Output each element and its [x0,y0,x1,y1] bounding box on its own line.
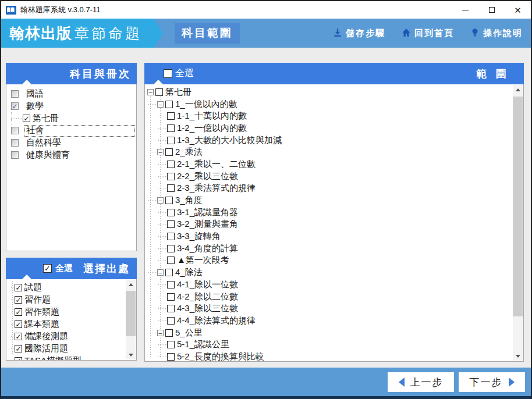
tree-collapse-icon[interactable]: – [157,149,164,155]
source-checkbox-checked[interactable]: ✓ [15,357,22,361]
source-checkbox-checked[interactable]: ✓ [15,333,22,340]
tree-checkbox-unchecked[interactable] [167,233,175,240]
source-label: 習作題 [24,294,51,305]
tree-checkbox-unchecked[interactable] [165,269,173,276]
maximize-button[interactable] [478,1,505,19]
subject-checkbox-checked[interactable]: ✓ [11,102,19,110]
tree-connector [147,266,157,279]
tree-node-label: 1-3_大數的大小比較與加減 [177,135,282,146]
tree-row: 5-2_長度的換算與比較 [145,351,523,362]
tree-collapse-icon[interactable]: – [147,89,154,95]
tree-collapse-icon[interactable]: – [157,269,164,276]
tree-checkbox-unchecked[interactable] [167,305,175,312]
tree-connector [10,294,15,306]
tree-node-label: 2-2_乘以三位數 [177,171,238,182]
minimize-icon [462,10,469,10]
scope-scrollbar[interactable] [513,85,523,361]
tree-checkbox-unchecked[interactable] [167,209,175,216]
source-label: TASA模擬題型 [24,355,81,361]
sources-scrollbar-thumb[interactable] [126,291,136,336]
tree-node-label: 3_角度 [175,195,203,206]
sources-select-all-checkbox[interactable]: ✓ [43,264,52,273]
tree-checkbox-unchecked[interactable] [167,353,175,361]
close-button[interactable]: ✕ [505,1,531,19]
tree-connector [147,291,157,303]
tree-checkbox-unchecked[interactable] [165,101,173,108]
tree-checkbox-unchecked[interactable] [167,184,175,192]
banner-action-save[interactable]: 儲存步驟 [333,28,385,39]
tree-collapse-icon[interactable]: – [157,197,164,204]
tree-checkbox-unchecked[interactable] [167,293,175,301]
tree-checkbox-unchecked[interactable] [167,245,175,252]
tree-checkbox-unchecked[interactable] [165,197,173,204]
sources-panel-header: ✓ 全選 選擇出處 [6,258,137,279]
tree-checkbox-unchecked[interactable] [155,88,163,96]
tree-row: –2_乘法 [145,146,523,158]
tree-connector [147,255,157,267]
sources-scrollbar[interactable] [126,280,136,359]
tree-row: ▲第一次段考 [145,255,523,267]
tree-row: 3-1_認識量角器 [145,206,523,219]
minimize-button[interactable] [452,1,478,19]
chapter-tree: –第七冊–1_一億以內的數1-1_十萬以內的數1-2_一億以內的數1-3_大數的… [145,86,523,361]
tree-checkbox-unchecked[interactable] [167,341,175,348]
source-checkbox-checked[interactable]: ✓ [15,345,22,352]
tree-row: 2-3_乘法算式的規律 [145,183,523,195]
tree-node-label: 4-4_除法算式的規律 [177,315,256,326]
tree-connector [157,279,167,291]
banner-action-label: 操作說明 [483,28,523,39]
tree-checkbox-unchecked[interactable] [167,124,175,132]
tree-checkbox-unchecked[interactable] [167,220,175,228]
header-banner: 翰林出版 章節命題 科目範圍 儲存步驟回到首頁操作說明 [1,19,531,48]
tree-collapse-icon[interactable]: – [157,101,164,108]
source-checkbox-checked[interactable]: ✓ [15,308,22,316]
subjects-panel-header: 科目與冊次 [6,63,137,84]
scroll-down-icon[interactable] [126,350,136,359]
tree-checkbox-unchecked[interactable] [167,173,175,180]
previous-step-button[interactable]: 上一步 [388,372,454,392]
source-row: ✓試題 [6,282,136,294]
source-label: 習作類題 [24,307,59,318]
source-label: 備課後測題 [24,331,68,342]
subject-checkbox-unchecked[interactable] [11,90,19,98]
banner-action-help[interactable]: 操作說明 [470,28,523,39]
scroll-up-icon[interactable] [513,85,523,94]
subject-checkbox-unchecked[interactable] [11,127,19,134]
subject-checkbox-checked[interactable]: ✓ [23,115,30,122]
subject-label-focused[interactable]: 社會 [24,125,135,137]
source-checkbox-checked[interactable]: ✓ [15,296,22,304]
tree-connector [157,158,167,170]
pointer-up-triangle [22,80,31,84]
tree-checkbox-unchecked[interactable] [167,281,175,288]
tree-checkbox-unchecked[interactable] [167,161,175,168]
tree-row: 4-4_除法算式的規律 [145,315,523,327]
scroll-down-icon[interactable] [513,351,523,361]
scope-select-all-checkbox[interactable] [164,69,172,78]
scroll-up-icon[interactable] [126,280,136,289]
tree-checkbox-unchecked[interactable] [165,329,173,337]
close-icon: ✕ [514,6,522,15]
tree-row: –5_公里 [145,327,523,339]
brand-name: 翰林出版 [9,23,72,44]
pointer-up-triangle [154,80,163,84]
home-icon [402,28,411,39]
tree-checkbox-unchecked[interactable] [165,148,173,156]
next-step-button[interactable]: 下一步 [459,372,525,392]
scope-scrollbar-thumb[interactable] [513,97,523,316]
current-step-tab: 科目範圍 [175,23,240,44]
tree-checkbox-unchecked[interactable] [167,317,175,325]
subject-label: 國語 [26,88,44,99]
tree-connector [10,343,15,355]
window-title: 翰林題庫系統 v.3.0.7-11 [20,5,101,15]
tree-node-label: 4-1_除以一位數 [177,279,238,290]
subject-checkbox-unchecked[interactable] [11,151,19,159]
tree-connector [147,243,157,255]
tree-checkbox-unchecked[interactable] [167,137,175,144]
source-checkbox-checked[interactable]: ✓ [15,320,22,328]
tree-checkbox-unchecked[interactable] [167,112,175,120]
subject-checkbox-unchecked[interactable] [11,139,19,147]
banner-action-home[interactable]: 回到首頁 [402,28,454,39]
source-checkbox-checked[interactable]: ✓ [15,284,22,291]
tree-collapse-icon[interactable]: – [157,330,164,336]
tree-checkbox-unchecked[interactable] [167,256,175,264]
